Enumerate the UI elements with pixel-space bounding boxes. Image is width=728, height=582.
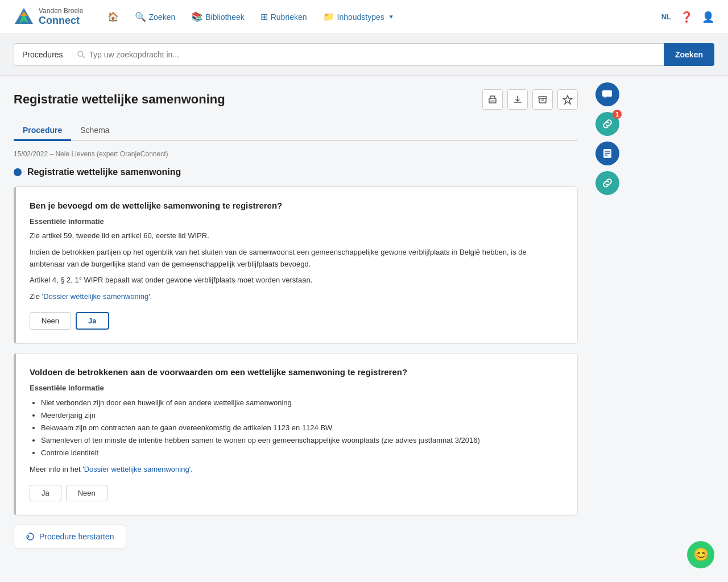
restart-icon	[26, 532, 35, 541]
procedure-restart-button[interactable]: Procedure herstarten	[14, 525, 126, 548]
nav-rubrieken[interactable]: ⊞ Rubrieken	[255, 8, 313, 26]
header: Vanden Broele Connect 🏠 🔍 Zoeken 📚 Bibli…	[0, 0, 728, 34]
meta-row: 15/02/2022 – Nele Lievens (expert Oranje…	[14, 150, 578, 158]
card-1-para-1: Zie artikel 59, tweede lid en artikel 60…	[30, 230, 564, 242]
search-bar-area: Procedures Zoeken	[0, 34, 728, 76]
card-1: Ben je bevoegd om de wettelijke samenwon…	[14, 186, 578, 344]
svg-rect-6	[490, 100, 495, 102]
tabs: Procedure Schema	[14, 121, 578, 141]
sidebar-document-button[interactable]	[595, 142, 619, 165]
right-sidebar: 1	[592, 76, 623, 582]
search-input-icon	[77, 50, 86, 59]
card-2-list: Niet verbonden zijn door een huwelijk of…	[41, 397, 564, 459]
archive-icon	[537, 94, 548, 105]
svg-point-3	[78, 51, 83, 56]
section-heading: Registratie wettelijke samenwoning	[14, 167, 578, 177]
card-2-link[interactable]: Dossier wettelijke samenwoning	[84, 465, 189, 473]
card-1-para-4: Zie 'Dossier wettelijke samenwoning'.	[30, 291, 564, 303]
sidebar-link2-button[interactable]	[595, 171, 619, 195]
nav-right: NL ❓ 👤	[661, 11, 714, 23]
search-button[interactable]: Zoeken	[664, 43, 714, 66]
list-item: Samenleven of ten minste de intentie heb…	[41, 434, 564, 447]
main-layout: Registratie wettelijke samenwoning	[0, 76, 728, 582]
main-nav: 🏠 🔍 Zoeken 📚 Bibliotheek ⊞ Rubrieken 📁 I…	[102, 8, 661, 26]
grid-icon: ⊞	[260, 11, 268, 22]
svg-marker-8	[563, 95, 572, 104]
svg-line-4	[82, 56, 84, 58]
card-1-para-2: Indien de betrokken partijen op het ogen…	[30, 247, 564, 271]
svg-rect-7	[539, 97, 547, 98]
help-icon[interactable]: ❓	[680, 11, 693, 23]
card-2-essentieel: Essentiële informatie	[30, 384, 564, 392]
list-item: Bekwaam zijn om contracten aan te gaan o…	[41, 422, 564, 434]
chatbot-button[interactable]: 😊	[687, 541, 714, 568]
nav-bibliotheek[interactable]: 📚 Bibliotheek	[185, 8, 250, 26]
page-title: Registratie wettelijke samenwoning	[14, 92, 225, 107]
library-icon: 📚	[191, 11, 202, 22]
card-1-actions: Neen Ja	[30, 312, 564, 330]
download-button[interactable]	[507, 89, 528, 110]
card-2-more-info: Meer info in het 'Dossier wettelijke sam…	[30, 464, 564, 476]
chatbot-icon: 😊	[693, 547, 709, 562]
link-badge: 1	[613, 110, 622, 119]
search-filter-button[interactable]: Procedures	[14, 43, 71, 66]
card-1-para-3: Artikel 4, § 2, 1° WIPR bepaalt wat onde…	[30, 275, 564, 286]
card-1-ja-button[interactable]: Ja	[76, 312, 109, 330]
link2-icon	[602, 177, 613, 189]
language-button[interactable]: NL	[661, 13, 671, 21]
tab-schema[interactable]: Schema	[71, 121, 118, 141]
home-icon: 🏠	[107, 11, 119, 22]
card-1-link[interactable]: Dossier wettelijke samenwoning	[43, 292, 148, 301]
content-area: Registratie wettelijke samenwoning	[0, 76, 592, 582]
chevron-down-icon: ▼	[388, 14, 394, 20]
nav-zoeken[interactable]: 🔍 Zoeken	[129, 8, 181, 26]
star-icon	[562, 94, 573, 105]
favorite-button[interactable]	[557, 89, 578, 110]
tab-procedure[interactable]: Procedure	[14, 121, 71, 141]
card-2: Voldoen de betrokkenen aan de voorwaarde…	[14, 353, 578, 516]
card-2-question: Voldoen de betrokkenen aan de voorwaarde…	[30, 367, 564, 377]
document-list-icon	[602, 148, 613, 159]
logo-icon	[14, 7, 34, 27]
download-icon	[512, 94, 523, 105]
title-actions	[482, 89, 578, 110]
logo[interactable]: Vanden Broele Connect	[14, 7, 84, 27]
logo-text: Vanden Broele Connect	[39, 7, 84, 27]
list-item: Meerderjarig zijn	[41, 409, 564, 422]
card-2-ja-button[interactable]: Ja	[30, 485, 61, 501]
card-2-actions: Ja Neen	[30, 485, 564, 501]
card-1-essentieel: Essentiële informatie	[30, 217, 564, 226]
archive-button[interactable]	[532, 89, 553, 110]
blue-dot-icon	[14, 168, 22, 176]
print-button[interactable]	[482, 89, 503, 110]
nav-home[interactable]: 🏠	[102, 8, 125, 26]
card-1-question: Ben je bevoegd om de wettelijke samenwon…	[30, 201, 564, 210]
search-input-wrap	[71, 43, 664, 66]
card-2-neen-button[interactable]: Neen	[66, 485, 107, 501]
card-1-neen-button[interactable]: Neen	[30, 312, 71, 330]
link-icon	[602, 118, 613, 130]
nav-inhoudstypes[interactable]: 📁 Inhoudstypes ▼	[317, 8, 400, 26]
list-item: Niet verbonden zijn door een huwelijk of…	[41, 397, 564, 409]
user-icon[interactable]: 👤	[702, 11, 714, 23]
list-item: Controle identiteit	[41, 447, 564, 459]
chat-bubble-icon	[602, 89, 613, 100]
sidebar-link-button[interactable]: 1	[595, 112, 619, 136]
page-title-row: Registratie wettelijke samenwoning	[14, 89, 578, 110]
search-input[interactable]	[89, 50, 658, 59]
folder-icon: 📁	[323, 11, 334, 22]
sidebar-chat-button[interactable]	[595, 82, 619, 106]
search-icon: 🔍	[135, 11, 146, 22]
printer-icon	[487, 94, 498, 105]
